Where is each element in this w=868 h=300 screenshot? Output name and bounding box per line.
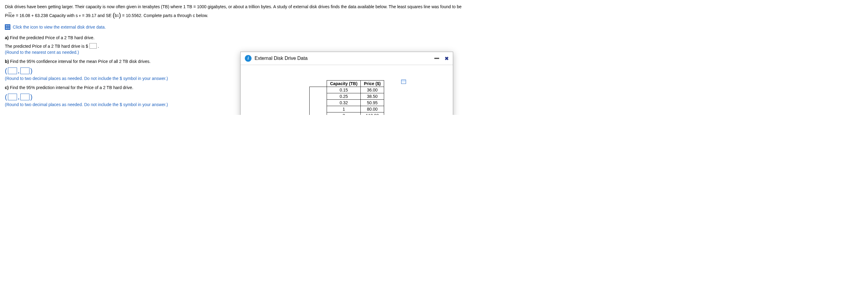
table-header-row: Capacity (TB) Price ($) [310, 80, 384, 87]
part-a-title: a) Find the predicted Price of a 2 TB ha… [5, 35, 863, 40]
table-row: 0.1536.00 [310, 87, 384, 93]
intro-text: Disk drives have been getting larger. Th… [5, 4, 462, 9]
col-capacity: Capacity (TB) [327, 80, 361, 87]
part-c-high-input[interactable] [20, 94, 30, 100]
close-icon[interactable]: ✖ [445, 56, 448, 61]
col-price: Price ($) [361, 80, 384, 87]
data-dialog: i External Disk Drive Data ✖ Capacity (T… [240, 52, 453, 115]
sub-e: e [79, 14, 81, 17]
part-a-pre: The predicted Price of a 2 TB hard drive… [5, 44, 88, 48]
part-a-input[interactable] [89, 43, 97, 48]
part-b-interval: (,) [5, 67, 33, 75]
info-icon: i [245, 55, 251, 62]
view-data-link[interactable]: Click the icon to view the external disk… [5, 24, 863, 30]
part-a-answer-row: The predicted Price of a 2 TB hard drive… [5, 44, 99, 48]
minimize-icon[interactable] [434, 58, 439, 59]
dialog-header: i External Disk Drive Data ✖ [241, 52, 453, 65]
eq-part-3: = 10.5562. Complete parts a through c be… [122, 13, 208, 18]
part-a-post: . [98, 44, 99, 48]
se-b1: ( b1 ) [113, 12, 121, 19]
data-table: Capacity (TB) Price ($) 0.1536.00 0.2538… [309, 80, 384, 115]
problem-intro: Disk drives have been getting larger. Th… [5, 4, 863, 10]
dialog-body: Capacity (TB) Price ($) 0.1536.00 0.2538… [241, 65, 453, 115]
regression-formula: Price = 16.08 + 63.238 Capacity with se … [5, 12, 863, 19]
part-c-low-input[interactable] [8, 94, 17, 100]
dialog-title: External Disk Drive Data [254, 56, 308, 61]
data-link-text: Click the icon to view the external disk… [13, 25, 106, 30]
part-b-low-input[interactable] [8, 67, 17, 74]
part-b-high-input[interactable] [20, 67, 30, 74]
eq-part-1: = 16.08 + 63.238 Capacity with s [16, 13, 78, 18]
eq-part-2: = 39.17 and SE [82, 13, 112, 18]
copy-icon[interactable] [401, 80, 406, 84]
table-icon [5, 24, 10, 30]
price-hat: Price [5, 13, 14, 18]
part-c-interval: (,) [5, 93, 33, 101]
